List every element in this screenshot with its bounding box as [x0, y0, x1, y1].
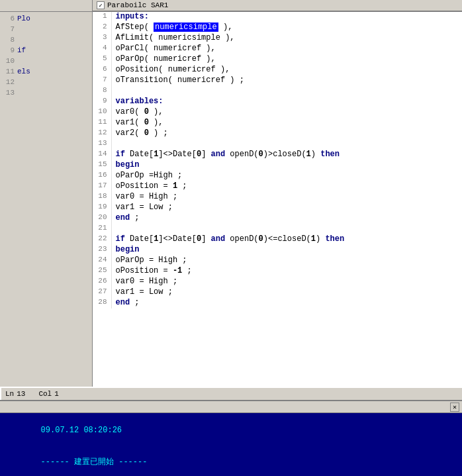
ln-value: 13 — [17, 390, 25, 398]
line-content: oParCl( numericref ), — [111, 44, 462, 54]
line-number: 9 — [93, 97, 111, 107]
gutter-line: 8 — [0, 34, 92, 45]
log-line-timestamp: 09.07.12 08:20:26 — [3, 414, 459, 446]
line-content: var0( 0 ), — [111, 107, 462, 118]
table-row: 23 begin — [93, 245, 462, 256]
line-number: 3 — [93, 33, 111, 44]
line-number: 11 — [93, 118, 111, 128]
gutter-lines: 6 Plo 7 8 9 if 10 — [0, 12, 92, 387]
log-timestamp: 09.07.12 08:20:26 — [41, 426, 122, 435]
gutter-line: 13 — [0, 87, 92, 98]
line-content: begin — [111, 245, 462, 256]
line-content: oPosition = -1 ; — [111, 266, 462, 277]
table-row: 24 oParOp = High ; — [93, 256, 462, 266]
line-number: 18 — [93, 192, 111, 203]
gutter-line-code: if — [17, 46, 26, 54]
status-col: Col 1 — [38, 390, 58, 398]
editor-title: Paraboilc SAR1 — [107, 1, 168, 9]
table-row: 11 var1( 0 ), — [93, 118, 462, 128]
code-title-bar: ✓ Paraboilc SAR1 — [93, 0, 462, 12]
log-panel: ✕ 09.07.12 08:20:26 ------ 建置已開始 ------ … — [0, 400, 462, 476]
line-content — [111, 86, 462, 97]
gutter-line-num: 7 — [1, 25, 15, 33]
table-row: 10 var0( 0 ), — [93, 107, 462, 118]
gutter-line-num: 6 — [1, 15, 15, 23]
line-content: variables: — [111, 97, 462, 107]
log-separator1: ------ 建置已開始 ------ — [41, 457, 148, 467]
line-content — [111, 224, 462, 234]
gutter-line-code: els — [17, 68, 30, 75]
table-row: 18 var0 = High ; — [93, 192, 462, 203]
line-number: 26 — [93, 277, 111, 287]
gutter-line-code: Plo — [17, 15, 30, 23]
line-number: 7 — [93, 75, 111, 86]
line-content: oTransition( numericref ) ; — [111, 75, 462, 86]
gutter-line-num: 12 — [1, 78, 15, 86]
line-number: 23 — [93, 245, 111, 256]
line-number: 19 — [93, 203, 111, 213]
line-number: 8 — [93, 86, 111, 97]
code-body[interactable]: 1 inputs: 2 AfStep( numericsimple ), 3 A… — [93, 12, 462, 387]
col-label: Col — [38, 390, 52, 398]
table-row: 21 — [93, 224, 462, 234]
line-number: 14 — [93, 150, 111, 160]
line-content: var1 = Low ; — [111, 287, 462, 298]
line-content: AfLimit( numericsimple ), — [111, 33, 462, 44]
line-number: 6 — [93, 65, 111, 75]
line-number: 12 — [93, 128, 111, 139]
line-number: 21 — [93, 224, 111, 234]
table-row: 9 variables: — [93, 97, 462, 107]
table-row: 25 oPosition = -1 ; — [93, 266, 462, 277]
table-row: 8 — [93, 86, 462, 97]
line-number: 15 — [93, 160, 111, 171]
table-row: 2 AfStep( numericsimple ), — [93, 23, 462, 33]
line-content: oPosition( numericref ), — [111, 65, 462, 75]
table-row: 6 oPosition( numericref ), — [93, 65, 462, 75]
title-checkbox[interactable]: ✓ — [97, 1, 105, 9]
line-content: oParOp = High ; — [111, 256, 462, 266]
line-content: var2( 0 ) ; — [111, 128, 462, 139]
main-container: 6 Plo 7 8 9 if 10 — [0, 0, 462, 476]
gutter-line-num: 9 — [1, 46, 15, 54]
line-number: 10 — [93, 107, 111, 118]
table-row: 14 if Date[1]<>Date[0] and openD(0)>clos… — [93, 150, 462, 160]
gutter-header — [0, 0, 92, 12]
status-ln: Ln 13 — [5, 390, 25, 398]
log-close-button[interactable]: ✕ — [450, 403, 459, 412]
line-content: var0 = High ; — [111, 277, 462, 287]
table-row: 17 oPosition = 1 ; — [93, 181, 462, 192]
table-row: 15 begin — [93, 160, 462, 171]
table-row: 22 if Date[1]<>Date[0] and openD(0)<=clo… — [93, 234, 462, 245]
code-editor[interactable]: ✓ Paraboilc SAR1 1 inputs: 2 AfStep( — [93, 0, 462, 387]
table-row: 26 var0 = High ; — [93, 277, 462, 287]
col-value: 1 — [54, 390, 59, 398]
left-gutter: 6 Plo 7 8 9 if 10 — [0, 0, 93, 387]
line-content: if Date[1]<>Date[0] and openD(0)>closeD(… — [111, 150, 462, 160]
line-number: 5 — [93, 54, 111, 65]
line-number: 24 — [93, 256, 111, 266]
table-row: 3 AfLimit( numericsimple ), — [93, 33, 462, 44]
table-row: 5 oParOp( numericref ), — [93, 54, 462, 65]
line-number: 25 — [93, 266, 111, 277]
line-number: 1 — [93, 12, 111, 23]
table-row: 12 var2( 0 ) ; — [93, 128, 462, 139]
table-row: 1 inputs: — [93, 12, 462, 23]
line-number: 4 — [93, 44, 111, 54]
gutter-line: 10 — [0, 56, 92, 66]
line-content: begin — [111, 160, 462, 171]
gutter-line-num: 8 — [1, 36, 15, 44]
table-row: 20 end ; — [93, 213, 462, 224]
line-content: if Date[1]<>Date[0] and openD(0)<=closeD… — [111, 234, 462, 245]
table-row: 13 — [93, 139, 462, 150]
table-row: 28 end ; — [93, 298, 462, 309]
log-line-separator1: ------ 建置已開始 ------ — [3, 446, 459, 476]
line-number: 28 — [93, 298, 111, 309]
line-content: oParOp( numericref ), — [111, 54, 462, 65]
table-row: 7 oTransition( numericref ) ; — [93, 75, 462, 86]
gutter-line: 11 els — [0, 66, 92, 77]
line-content: inputs: — [111, 12, 462, 23]
line-number: 16 — [93, 171, 111, 181]
line-number: 22 — [93, 234, 111, 245]
gutter-line-num: 10 — [1, 57, 15, 65]
line-number: 27 — [93, 287, 111, 298]
